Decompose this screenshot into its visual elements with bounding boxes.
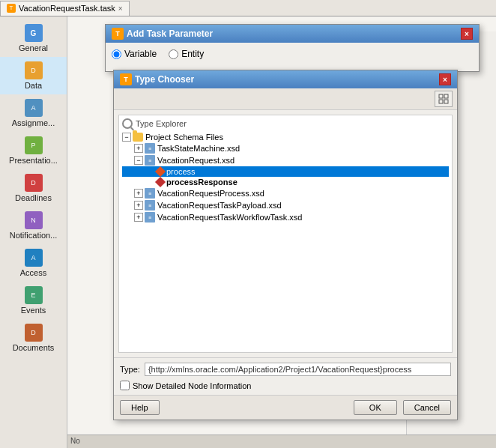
xsd-icon-vacreqwf: ≡ <box>145 212 155 223</box>
expand-project-schema[interactable]: − <box>122 133 131 142</box>
tree-node-taskstate[interactable]: + ≡ TaskStateMachine.xsd <box>122 142 449 154</box>
sidebar-item-access[interactable]: A Access <box>0 244 67 282</box>
tree-node-vacreq[interactable]: − ≡ VacationRequest.xsd <box>122 154 449 166</box>
deadlines-icon: D <box>25 174 43 192</box>
add-task-dialog-titlebar: T Add Task Parameter × <box>106 25 479 43</box>
sidebar-item-data[interactable]: D Data <box>0 57 67 94</box>
status-text: No <box>70 437 80 445</box>
xsd-icon-vacreq: ≡ <box>145 155 155 166</box>
xsd-icon-taskstate: ≡ <box>145 143 155 154</box>
help-button[interactable]: Help <box>120 400 160 415</box>
element-icon-processresponse <box>155 177 166 187</box>
radio-group: Variable Entity <box>112 49 473 59</box>
sidebar-item-documents[interactable]: D Documents <box>0 319 67 357</box>
radio-entity-text: Entity <box>181 49 204 59</box>
type-chooser-titlebar: T Type Chooser × <box>114 70 457 88</box>
sidebar: G General D Data A Assignme... P Present… <box>0 16 67 448</box>
type-chooser-close-button[interactable]: × <box>439 73 451 85</box>
sidebar-item-presentation[interactable]: P Presentatio... <box>0 132 67 169</box>
svg-rect-2 <box>439 100 443 103</box>
sidebar-label-presentation: Presentatio... <box>9 156 58 165</box>
tree-label-process: process <box>166 167 196 176</box>
expand-all-button[interactable] <box>435 91 453 107</box>
tree-node-vacreqproc[interactable]: + ≡ VacationRequestProcess.xsd <box>122 187 449 199</box>
type-chooser-footer: Type: {http://xmlns.oracle.com/Applicati… <box>114 357 457 395</box>
svg-rect-3 <box>444 100 448 103</box>
folder-icon-project <box>133 133 143 142</box>
radio-entity-label[interactable]: Entity <box>169 49 204 59</box>
sidebar-item-general[interactable]: G General <box>0 19 67 57</box>
tree-label-vacreqproc: VacationRequestProcess.xsd <box>157 189 264 198</box>
add-task-close-button[interactable]: × <box>461 28 473 40</box>
type-chooser-body: Type Explorer − Project Schema Files <box>114 110 457 357</box>
expand-vacreqpayload[interactable]: + <box>134 201 143 210</box>
svg-rect-1 <box>444 94 448 98</box>
checkbox-row: Show Detailed Node Information <box>120 381 451 390</box>
expand-vacreq[interactable]: − <box>134 156 143 165</box>
radio-variable-label[interactable]: Variable <box>112 49 157 59</box>
sidebar-label-general: General <box>19 43 48 52</box>
add-task-dialog: T Add Task Parameter × Variable Entity <box>105 24 480 72</box>
sidebar-label-notifications: Notification... <box>10 231 58 240</box>
sidebar-item-notifications[interactable]: N Notification... <box>0 207 67 244</box>
sidebar-item-assignment[interactable]: A Assignme... <box>0 94 67 132</box>
tree-search-icon <box>122 118 133 129</box>
data-icon: D <box>25 61 43 79</box>
type-chooser-dialog: T Type Chooser × <box>113 70 458 420</box>
xsd-icon-vacreqpayload: ≡ <box>145 200 155 211</box>
sidebar-item-events[interactable]: E Events <box>0 282 67 319</box>
status-bar: No <box>67 435 496 448</box>
tree-node-processresponse[interactable]: processResponse <box>122 177 449 187</box>
radio-entity[interactable] <box>169 49 178 59</box>
tree-node-vacreqwf[interactable]: + ≡ VacationRequestTaskWorkflowTask.xsd <box>122 211 449 223</box>
tree-label-project-schema: Project Schema Files <box>145 133 223 142</box>
expand-taskstate[interactable]: + <box>134 144 143 153</box>
tree-header: Type Explorer <box>122 118 449 129</box>
type-chooser-buttons: Help OK Cancel <box>114 395 457 420</box>
type-field-row: Type: {http://xmlns.oracle.com/Applicati… <box>120 363 451 376</box>
tab-bar: T VacationRequestTask.task × <box>0 0 496 16</box>
add-task-dialog-title: Add Task Parameter <box>127 28 213 39</box>
element-icon-process <box>155 166 166 177</box>
main-tab[interactable]: T VacationRequestTask.task × <box>0 1 130 16</box>
main-content: T Add Task Parameter × Variable Entity <box>67 16 496 448</box>
tree-label-taskstate: TaskStateMachine.xsd <box>157 144 240 153</box>
sidebar-item-deadlines[interactable]: D Deadlines <box>0 169 67 207</box>
expand-vacreqwf[interactable]: + <box>134 213 143 222</box>
type-value-field[interactable]: {http://xmlns.oracle.com/Application2/Pr… <box>145 363 451 376</box>
radio-variable[interactable] <box>112 49 121 59</box>
notifications-icon: N <box>25 211 43 229</box>
tree-node-process[interactable]: process <box>122 166 449 177</box>
svg-rect-0 <box>439 94 443 98</box>
tab-label: VacationRequestTask.task <box>19 4 115 13</box>
sidebar-label-documents: Documents <box>13 343 55 352</box>
tree-node-vacreqpayload[interactable]: + ≡ VacationRequestTaskPayload.xsd <box>122 199 449 211</box>
tab-close-icon[interactable]: × <box>118 4 123 13</box>
tree-label-vacreqpayload: VacationRequestTaskPayload.xsd <box>157 201 282 210</box>
ok-button[interactable]: OK <box>354 400 397 415</box>
tree-label-vacreq: VacationRequest.xsd <box>157 156 235 165</box>
cancel-button[interactable]: Cancel <box>403 400 451 415</box>
sidebar-label-access: Access <box>20 268 46 277</box>
expand-vacreqproc[interactable]: + <box>134 189 143 198</box>
tree-header-label: Type Explorer <box>136 119 187 128</box>
sidebar-label-deadlines: Deadlines <box>15 193 52 202</box>
sidebar-label-assignment: Assignme... <box>12 118 55 127</box>
add-task-title-icon: T <box>112 28 124 40</box>
documents-icon: D <box>25 324 43 342</box>
tree-node-project-schema[interactable]: − Project Schema Files <box>122 132 449 142</box>
type-chooser-title-text: Type Chooser <box>135 74 194 85</box>
assignment-icon: A <box>25 99 43 117</box>
general-icon: G <box>25 24 43 42</box>
ide-window: T VacationRequestTask.task × G General D… <box>0 0 496 448</box>
type-chooser-title-icon: T <box>120 73 132 85</box>
radio-variable-text: Variable <box>124 49 157 59</box>
presentation-icon: P <box>25 136 43 154</box>
tab-icon: T <box>7 4 16 13</box>
show-detailed-checkbox[interactable] <box>120 381 130 390</box>
add-task-dialog-body: Variable Entity T Type Chooser <box>106 43 479 71</box>
tree-panel[interactable]: Type Explorer − Project Schema Files <box>118 115 453 353</box>
sidebar-label-data: Data <box>25 81 42 90</box>
sidebar-label-events: Events <box>21 306 46 315</box>
tree-label-vacreqwf: VacationRequestTaskWorkflowTask.xsd <box>157 213 302 222</box>
